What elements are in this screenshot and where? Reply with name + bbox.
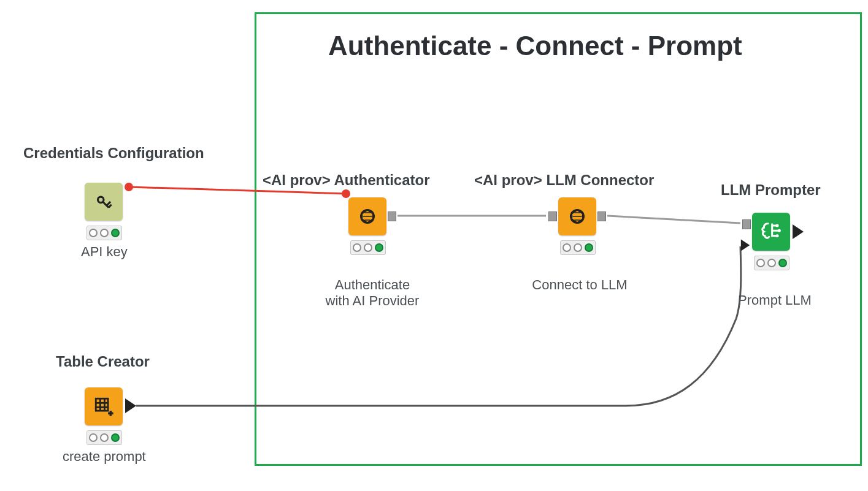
- group-title: Authenticate - Connect - Prompt: [328, 31, 742, 61]
- brain-chip-icon: [759, 219, 783, 244]
- svg-rect-0: [96, 398, 108, 411]
- node-status-authenticator: [350, 240, 386, 255]
- node-table-creator[interactable]: [85, 387, 123, 425]
- input-port-llm-prompter-data: [741, 239, 750, 251]
- output-port-authenticator: [388, 211, 396, 221]
- node-status-llm-prompter: [754, 256, 789, 270]
- node-subtitle-table-creator: create prompt: [63, 449, 146, 465]
- node-subtitle-authenticator: Authenticate with AI Provider: [323, 277, 421, 309]
- workflow-canvas[interactable]: Authenticate - Connect - Prompt Credenti…: [0, 0, 868, 491]
- config-icon: [92, 190, 115, 213]
- input-port-llm-connector: [548, 211, 557, 221]
- node-title-llm-connector: <AI prov> LLM Connector: [474, 172, 654, 189]
- node-credentials-configuration[interactable]: [85, 183, 123, 221]
- input-port-llm-prompter-top: [742, 219, 751, 229]
- output-port-table-creator: [125, 398, 136, 413]
- node-llm-connector[interactable]: [558, 197, 596, 235]
- node-title-credentials: Credentials Configuration: [23, 145, 204, 162]
- openai-icon: [356, 205, 378, 227]
- node-authenticator[interactable]: [348, 197, 386, 235]
- node-title-table-creator: Table Creator: [56, 353, 150, 370]
- node-subtitle-llm-prompter: Prompt LLM: [735, 292, 815, 308]
- node-title-authenticator: <AI prov> Authenticator: [263, 172, 429, 189]
- node-status-credentials: [86, 226, 122, 240]
- node-status-table-creator: [86, 430, 122, 445]
- output-port-llm-connector: [597, 211, 606, 221]
- grid-plus-icon: [93, 396, 114, 417]
- flowvar-port-out: [125, 183, 133, 191]
- output-port-llm-prompter: [793, 224, 804, 239]
- node-title-llm-prompter: LLM Prompter: [721, 181, 821, 199]
- node-status-llm-connector: [560, 240, 596, 255]
- openai-icon: [566, 205, 588, 227]
- node-subtitle-llm-connector: Connect to LLM: [531, 277, 629, 293]
- node-llm-prompter[interactable]: [752, 213, 790, 251]
- node-subtitle-credentials: API key: [81, 244, 128, 260]
